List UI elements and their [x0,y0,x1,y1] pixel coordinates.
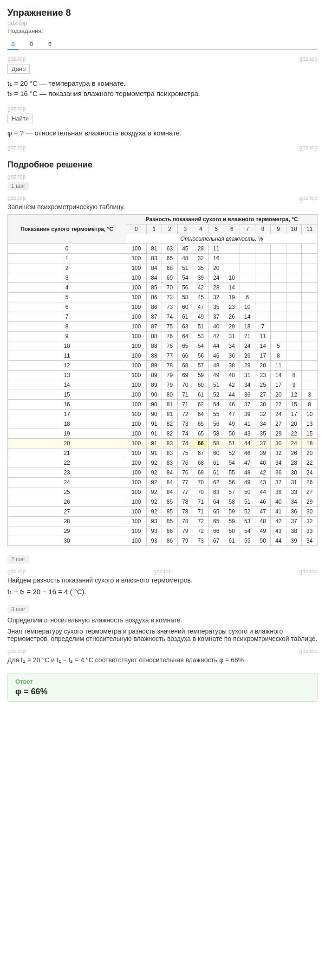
data-cell: 27 [255,390,270,400]
data-cell [271,312,286,322]
data-cell: 100 [126,526,146,536]
data-cell: 29 [271,429,286,439]
data-cell: 92 [146,458,162,468]
data-cell [286,244,301,254]
data-cell: 49 [255,526,270,536]
tab-в[interactable]: в [45,38,55,49]
data-cell: 91 [146,419,162,429]
data-cell [255,244,270,254]
data-cell [302,263,318,273]
data-cell: 71 [193,507,208,517]
data-cell: 51 [208,380,224,390]
data-cell: 24 [286,439,301,448]
data-cell: 54 [224,458,240,468]
step-3-badge: 3 шаг [7,605,29,614]
data-cell: 58 [224,497,240,507]
answer-label: Ответ [15,678,310,685]
data-cell: 71 [193,497,208,507]
data-cell: 10 [302,410,318,419]
given-items: t₁ = 20 °C — температура в комнате.t₂ = … [7,79,318,98]
data-cell: 40 [208,322,224,332]
col-header-6: 6 [224,224,240,234]
data-cell: 46 [255,497,270,507]
data-cell: 92 [146,487,162,497]
data-cell: 8 [302,400,318,410]
table-header-top: Разность показаний сухого и влажного тер… [126,215,318,224]
data-cell: 33 [286,487,301,497]
tab-б[interactable]: б [26,38,37,49]
table-row: 91008876645342312111 [8,332,318,341]
data-cell: 66 [208,526,224,536]
data-cell: 6 [240,293,255,302]
data-cell: 70 [193,487,208,497]
data-cell: 100 [126,478,146,487]
data-cell: 40 [224,371,240,380]
data-cell: 75 [177,448,193,458]
data-cell: 92 [146,468,162,478]
data-cell: 84 [162,487,177,497]
table-row: 201009183746658514437302418 [8,439,318,448]
data-cell: 55 [208,410,224,419]
data-cell: 100 [126,283,146,293]
data-cell [302,283,318,293]
tab-а[interactable]: а [7,38,19,50]
temp-cell: 4 [8,283,126,293]
watermark-11: gdz.top [299,568,318,575]
data-cell [271,254,286,263]
data-cell: 83 [162,448,177,458]
data-cell: 100 [126,517,146,526]
data-cell: 100 [126,293,146,302]
data-cell: 67 [208,536,224,546]
data-cell: 46 [208,351,224,361]
data-cell [255,263,270,273]
data-cell: 28 [208,283,224,293]
data-cell: 30 [271,439,286,448]
watermark-9: gdz.top [7,568,26,575]
col-header-11: 11 [302,224,318,234]
data-cell [286,322,301,332]
data-cell [286,293,301,302]
data-cell: 67 [193,448,208,458]
data-cell: 11 [271,361,286,371]
data-cell: 24 [302,468,318,478]
data-cell: 100 [126,497,146,507]
temp-cell: 12 [8,361,126,371]
page-title: Упражнение 8 [7,7,318,18]
data-cell: 57 [224,487,240,497]
step-1-block: 1 шаг gdz.top gdz.top Запишем психрометр… [7,182,318,546]
temp-cell: 22 [8,458,126,468]
data-cell: 47 [193,302,208,312]
data-cell: 70 [193,478,208,487]
data-cell [255,312,270,322]
data-cell: 88 [146,332,162,341]
data-cell: 23 [224,302,240,312]
data-cell: 56 [208,419,224,429]
col-header-7: 7 [240,224,255,234]
data-cell: 19 [224,293,240,302]
data-cell: 41 [240,419,255,429]
data-cell: 69 [162,273,177,283]
data-cell: 33 [302,526,318,536]
data-cell: 48 [177,254,193,263]
data-cell: 34 [302,536,318,546]
data-cell [286,312,301,322]
data-cell: 49 [193,312,208,322]
data-cell: 58 [208,429,224,439]
data-cell: 100 [126,487,146,497]
data-cell: 49 [240,478,255,487]
data-cell: 30 [302,507,318,517]
data-cell: 34 [255,419,270,429]
data-cell: 37 [240,400,255,410]
temp-cell: 27 [8,507,126,517]
data-cell: 29 [240,361,255,371]
data-cell: 74 [177,439,193,448]
watermark-5: gdz.top [299,144,318,151]
data-cell: 48 [208,361,224,371]
data-cell: 47 [255,507,270,517]
data-cell: 48 [240,468,255,478]
data-cell: 20 [255,361,270,371]
data-cell: 72 [193,526,208,536]
data-cell: 20 [208,263,224,273]
data-cell: 26 [286,448,301,458]
data-cell: 46 [240,448,255,458]
